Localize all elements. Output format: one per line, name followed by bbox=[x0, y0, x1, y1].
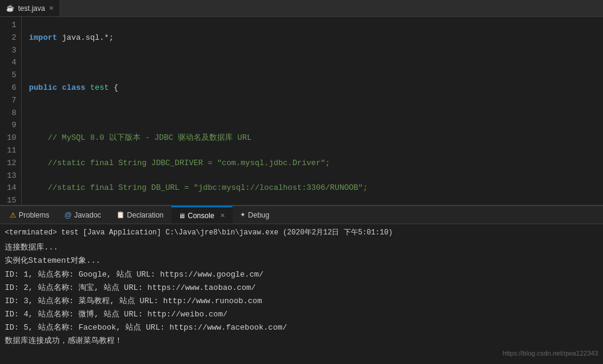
line-numbers: 1 2 3 4 5 6 7 8 9 10 11 12 13 14 15 bbox=[0, 17, 22, 205]
bottom-tab-bar: ⚠ Problems @ Javadoc 📋 Declaration 🖥 Con… bbox=[0, 206, 603, 224]
code-line-5: // MySQL 8.0 以下版本 - JDBC 驱动名及数据库 URL bbox=[29, 132, 596, 145]
console-label: Console bbox=[188, 212, 214, 220]
code-line-6: //static final String JDBC_DRIVER = "com… bbox=[29, 157, 596, 170]
console-line-5: ID: 3, 站点名称: 菜鸟教程, 站点 URL: http://www.ru… bbox=[5, 295, 598, 308]
console-icon: 🖥 bbox=[178, 212, 185, 219]
bottom-panel: ⚠ Problems @ Javadoc 📋 Declaration 🖥 Con… bbox=[0, 205, 603, 359]
console-header: <terminated> test [Java Application] C:\… bbox=[5, 227, 598, 239]
debug-icon: ✦ bbox=[240, 211, 245, 219]
code-line-4 bbox=[29, 107, 596, 120]
console-output[interactable]: <terminated> test [Java Application] C:\… bbox=[0, 224, 603, 359]
javadoc-label: Javadoc bbox=[74, 211, 101, 219]
debug-label: Debug bbox=[248, 211, 269, 219]
code-line-7: //static final String DB_URL = "jdbc:mys… bbox=[29, 182, 596, 195]
declaration-icon: 📋 bbox=[116, 211, 125, 219]
code-content[interactable]: import java.sql.*; public class test { /… bbox=[22, 17, 603, 205]
tab-console[interactable]: 🖥 Console ✕ bbox=[171, 206, 233, 224]
console-line-8: 数据库连接成功，感谢菜鸟教程！ bbox=[5, 334, 598, 348]
editor-tab-java[interactable]: ☕ test.java ✕ bbox=[0, 0, 60, 16]
tab-close-icon[interactable]: ✕ bbox=[49, 5, 54, 11]
problems-label: Problems bbox=[19, 211, 49, 219]
console-line-4: ID: 2, 站点名称: 淘宝, 站点 URL: https://www.tao… bbox=[5, 281, 598, 295]
watermark: https://blog.csdn.net/qwa122343 bbox=[503, 350, 598, 357]
console-line-7: ID: 5, 站点名称: Facebook, 站点 URL: https://w… bbox=[5, 321, 598, 334]
java-file-icon: ☕ bbox=[6, 4, 14, 12]
console-line-3: ID: 1, 站点名称: Google, 站点 URL: https://www… bbox=[5, 268, 598, 281]
declaration-label: Declaration bbox=[127, 211, 164, 219]
tab-label: test.java bbox=[18, 4, 45, 13]
console-line-6: ID: 4, 站点名称: 微博, 站点 URL: http://weibo.co… bbox=[5, 308, 598, 321]
console-close-icon[interactable]: ✕ bbox=[220, 212, 225, 219]
editor-container: ☕ test.java ✕ 1 2 3 4 5 6 7 8 9 10 11 12… bbox=[0, 0, 603, 205]
tab-debug[interactable]: ✦ Debug bbox=[233, 206, 277, 224]
code-line-2 bbox=[29, 57, 596, 69]
code-area[interactable]: 1 2 3 4 5 6 7 8 9 10 11 12 13 14 15 impo… bbox=[0, 17, 603, 205]
console-line-1: 连接数据库... bbox=[5, 241, 598, 254]
editor-tab-bar: ☕ test.java ✕ bbox=[0, 0, 603, 17]
tab-javadoc[interactable]: @ Javadoc bbox=[57, 206, 109, 224]
tab-declaration[interactable]: 📋 Declaration bbox=[109, 206, 172, 224]
javadoc-icon: @ bbox=[65, 211, 72, 219]
code-line-3: public class test { bbox=[29, 82, 596, 95]
console-line-2: 实例化Statement对象... bbox=[5, 254, 598, 268]
tab-problems[interactable]: ⚠ Problems bbox=[2, 206, 57, 224]
problems-icon: ⚠ bbox=[10, 211, 16, 219]
code-line-1: import java.sql.*; bbox=[29, 32, 596, 45]
